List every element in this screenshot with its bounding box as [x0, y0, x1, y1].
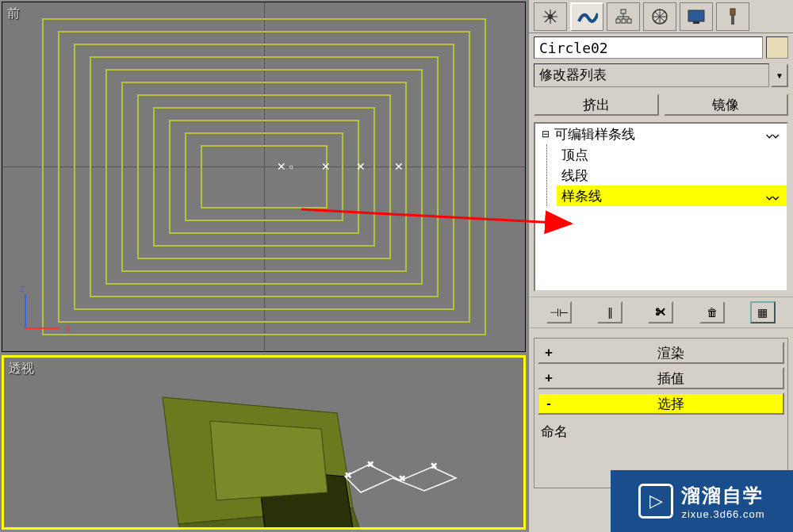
svg-rect-11 [622, 19, 626, 23]
stack-segment[interactable]: 线段 [557, 165, 787, 186]
stack-root[interactable]: ⊟ 可编辑样条线 ⌵⌵ [535, 124, 787, 144]
watermark-sub: zixue.3d66.com [681, 508, 764, 520]
expand-icon: + [539, 370, 558, 386]
rollout-render[interactable]: + 渲染 [538, 342, 784, 364]
svg-rect-12 [627, 19, 631, 23]
stack-toolbar: ⊣⊢ ‖ ✀ 🗑 ▦ [529, 297, 793, 328]
stack-vertex[interactable]: 顶点 [557, 144, 787, 165]
pin-stack-button[interactable]: ⊣⊢ [546, 301, 572, 323]
viewport-column: 前 ✕▫ ✕✕ ✕ z [0, 0, 527, 532]
rollout-selection[interactable]: - 选择 [538, 392, 784, 415]
collapse-icon: - [539, 396, 558, 411]
stack-spline[interactable]: 样条线 ⌵⌵ [557, 186, 787, 206]
svg-text:✕: ✕ [367, 460, 374, 469]
svg-rect-17 [731, 15, 734, 25]
object-color-swatch[interactable] [766, 36, 788, 59]
rollout-interpolation[interactable]: + 插值 [538, 367, 784, 389]
dropdown-arrow-icon[interactable]: ▼ [771, 63, 788, 87]
viewport-front-label: 前 [7, 6, 20, 22]
command-panel: 修改器列表 ▼ 挤出 镜像 ⊟ 可编辑样条线 ⌵⌵ 顶点 线段 样条线 [527, 0, 793, 532]
modifier-list-dropdown[interactable]: 修改器列表 [534, 63, 769, 87]
axis-gizmo: z x [18, 288, 66, 335]
named-selections-label: 命名 [534, 418, 787, 446]
mirror-button[interactable]: 镜像 [664, 94, 789, 116]
command-panel-tabs [529, 0, 793, 33]
watermark-title: 溜溜自学 [681, 483, 764, 508]
play-icon: ▷ [638, 484, 673, 519]
extrude-button[interactable]: 挤出 [534, 94, 659, 116]
svg-text:✕: ✕ [345, 471, 351, 480]
remove-modifier-button[interactable]: 🗑 [699, 301, 725, 323]
svg-rect-10 [616, 19, 620, 23]
collapse-icon[interactable]: ⊟ [540, 128, 551, 140]
hierarchy-tab[interactable] [607, 2, 640, 31]
make-unique-button[interactable]: ✀ [648, 301, 673, 323]
watermark: ▷ 溜溜自学 zixue.3d66.com [611, 470, 793, 532]
selection-vertices: ✕▫ ✕✕ ✕ [264, 160, 417, 173]
active-sub-icon: ⌵⌵ [766, 189, 780, 202]
rollout-area: + 渲染 + 插值 - 选择 命名 [534, 338, 788, 488]
viewport-front[interactable]: 前 ✕▫ ✕✕ ✕ z [2, 2, 526, 352]
svg-marker-3 [210, 421, 328, 500]
show-end-result-button[interactable]: ‖ [597, 301, 623, 323]
svg-text:✕: ✕ [431, 461, 437, 470]
svg-rect-16 [730, 9, 735, 15]
svg-point-8 [548, 14, 553, 19]
active-icon: ⌵⌵ [766, 128, 780, 140]
svg-rect-15 [693, 21, 699, 24]
display-tab[interactable] [680, 2, 713, 31]
svg-text:✕: ✕ [399, 474, 405, 483]
svg-rect-9 [621, 10, 626, 13]
expand-icon: + [539, 345, 558, 361]
object-name-input[interactable] [534, 36, 763, 59]
perspective-model: ✕ ✕ ✕ ✕ [4, 358, 523, 527]
motion-tab[interactable] [643, 2, 676, 31]
configure-sets-button[interactable]: ▦ [750, 301, 776, 323]
modifier-stack[interactable]: ⊟ 可编辑样条线 ⌵⌵ 顶点 线段 样条线 ⌵⌵ [534, 122, 788, 292]
svg-rect-14 [688, 10, 704, 21]
create-tab[interactable] [534, 2, 567, 31]
utilities-tab[interactable] [716, 2, 749, 31]
viewport-perspective[interactable]: 透视 ✕ ✕ ✕ ✕ [2, 355, 526, 530]
modify-tab[interactable] [570, 2, 603, 31]
